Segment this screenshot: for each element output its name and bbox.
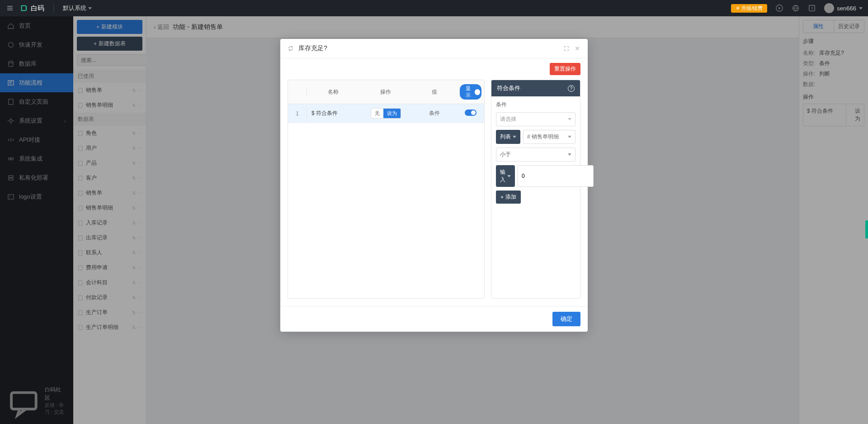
op-row-value: 条件 — [412, 105, 457, 121]
condition-header: 符合条件 ? — [491, 80, 580, 96]
menu-toggle[interactable] — [5, 4, 14, 13]
add-condition-label: 添加 — [505, 193, 516, 201]
expand-icon[interactable] — [563, 45, 570, 52]
condition-label: 条件 — [496, 101, 576, 109]
col-action: 操作 — [359, 84, 412, 100]
list-source-label: # 销售单明细 — [527, 133, 559, 141]
sun-icon: ☀ — [736, 5, 740, 11]
upgrade-button[interactable]: ☀ 升级/续费 — [731, 4, 767, 13]
avatar — [824, 3, 834, 13]
logo[interactable]: 白码 — [20, 4, 54, 13]
logo-icon — [20, 4, 28, 12]
chevron-down-icon — [507, 175, 511, 177]
upgrade-label: 升级/续费 — [741, 5, 763, 12]
help-icon[interactable]: ? — [808, 4, 816, 12]
side-widget[interactable] — [865, 220, 868, 238]
reset-button[interactable]: 重置操作 — [550, 63, 580, 75]
modal-title: 库存充足? — [298, 44, 559, 52]
chevron-down-icon — [513, 136, 516, 138]
condition-header-label: 符合条件 — [497, 84, 520, 92]
operator-select[interactable]: 小于 — [496, 148, 576, 162]
svg-text:?: ? — [811, 6, 814, 11]
chevron-down-icon — [568, 118, 571, 120]
hamburger-icon — [6, 5, 14, 12]
user-menu[interactable]: sen666 — [824, 3, 863, 13]
logo-text: 白码 — [31, 4, 44, 13]
condition-select-placeholder: 请选择 — [500, 115, 516, 123]
operation-list: 名称 操作 值 显示 1 $ 符合条件 — [288, 80, 485, 299]
op-row-index: 1 — [288, 106, 307, 121]
list-type-label: 列表 — [500, 133, 511, 141]
modal-header: 库存充足? — [280, 39, 588, 58]
display-toggle[interactable]: 显示 — [460, 84, 481, 100]
system-select[interactable]: 默认系统 — [63, 4, 92, 12]
op-row-name: $ 符合条件 — [307, 105, 359, 121]
action-none[interactable]: 无 — [371, 109, 383, 118]
modal-overlay: 库存充足? 重置操作 名称 操作 值 显示 — [0, 16, 868, 424]
row-visible-toggle[interactable] — [465, 110, 476, 116]
col-name: 名称 — [307, 84, 359, 100]
chevron-down-icon — [568, 136, 571, 138]
add-condition-button[interactable]: + 添加 — [496, 191, 521, 204]
globe-icon[interactable] — [792, 4, 800, 12]
help-icon[interactable]: ? — [568, 85, 575, 92]
op-table-header: 名称 操作 值 显示 — [288, 80, 484, 104]
chevron-down-icon — [88, 7, 92, 10]
top-header: 白码 默认系统 ☀ 升级/续费 ? sen666 — [0, 0, 868, 16]
list-source-select[interactable]: # 销售单明细 — [523, 130, 576, 144]
input-type-label: 输入 — [500, 168, 505, 184]
condition-panel: 符合条件 ? 条件 请选择 列表 — [491, 80, 580, 299]
chevron-down-icon — [568, 153, 571, 156]
chevron-down-icon — [859, 7, 863, 10]
layout: 首页 快速开发 数据库 功能流程 自定义页面 系统设置› API对接 系统集成 … — [0, 16, 868, 424]
condition-value-input[interactable] — [518, 165, 594, 187]
action-selector[interactable]: 无 设为 — [371, 108, 401, 119]
system-select-label: 默认系统 — [63, 4, 86, 12]
plus-icon: + — [500, 194, 504, 200]
action-set[interactable]: 设为 — [383, 109, 401, 118]
play-icon[interactable] — [775, 4, 783, 12]
header-right: ☀ 升级/续费 ? sen666 — [731, 3, 863, 13]
condition-select[interactable]: 请选择 — [496, 112, 576, 126]
confirm-button[interactable]: 确定 — [552, 312, 580, 326]
op-row[interactable]: 1 $ 符合条件 无 设为 条件 — [288, 104, 484, 123]
username: sen666 — [837, 5, 856, 12]
refresh-icon[interactable] — [288, 45, 294, 52]
input-type-select[interactable]: 输入 — [496, 165, 515, 187]
close-icon[interactable] — [574, 45, 580, 52]
header-left: 白码 默认系统 — [5, 4, 92, 13]
display-toggle-label: 显示 — [463, 85, 473, 99]
col-value: 值 — [412, 84, 457, 100]
operator-label: 小于 — [500, 151, 511, 158]
modal: 库存充足? 重置操作 名称 操作 值 显示 — [280, 39, 588, 332]
list-type-select[interactable]: 列表 — [496, 130, 520, 144]
